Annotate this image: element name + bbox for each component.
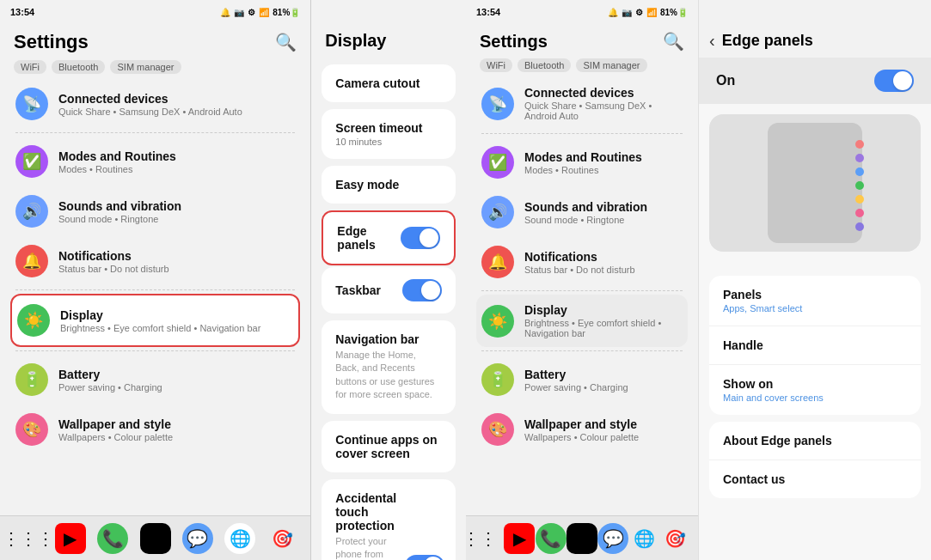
edge-dots-container <box>855 140 864 231</box>
right-nav-chat[interactable]: 💬 <box>597 523 628 554</box>
edge-list-card-about: About Edge panels Contact us <box>709 422 921 498</box>
edge-back-button[interactable]: ‹ <box>709 31 715 51</box>
right-sounds-sub: Sound mode • Ringtone <box>524 215 683 225</box>
settings-item-wallpaper[interactable]: 🎨 Wallpaper and style Wallpapers • Colou… <box>10 405 300 454</box>
nav-bar-desc: Manage the Home, Back, and Recents butto… <box>335 349 442 402</box>
edge-main-toggle[interactable] <box>874 70 914 92</box>
display-row-edge-panels[interactable]: Edge panels <box>323 212 454 264</box>
edge-panels-toggle[interactable] <box>401 227 440 249</box>
right-search-icon[interactable]: 🔍 <box>663 31 684 52</box>
settings-notifications-title: Notifications <box>58 249 295 263</box>
right-settings-title: Settings <box>480 32 548 52</box>
nav-app-chrome[interactable]: 🌐 <box>224 523 255 554</box>
settings-item-display[interactable]: ☀️ Display Brightness • Eye comfort shie… <box>10 294 300 347</box>
settings-modes-sub: Modes • Routines <box>58 164 295 174</box>
icon-notifications: 🔔 <box>15 245 48 277</box>
settings-item-connected[interactable]: 📡 Connected devices Quick Share • Samsun… <box>10 79 300 129</box>
edge-dot-5 <box>855 209 864 217</box>
right-icon-battery: 🔋 <box>481 363 514 396</box>
right-connected-title: Connected devices <box>524 86 683 100</box>
display-row-nav-bar[interactable]: Navigation bar Manage the Home, Back, an… <box>322 320 456 414</box>
display-row-taskbar[interactable]: Taskbar <box>322 267 456 313</box>
settings-item-battery[interactable]: 🔋 Battery Power saving • Charging <box>10 355 300 405</box>
right-icon-wallpaper: 🎨 <box>481 413 514 446</box>
edge-panels-item-sub: Apps, Smart select <box>723 303 907 313</box>
right-quick-wifi[interactable]: WiFi <box>480 58 512 72</box>
nav-app-grid[interactable]: ⋮⋮⋮ <box>13 523 44 554</box>
left-header: Settings 🔍 <box>0 24 310 60</box>
right-settings-sounds[interactable]: 🔊 Sounds and vibration Sound mode • Ring… <box>476 187 688 237</box>
edge-item-contact[interactable]: Contact us <box>709 460 921 498</box>
taskbar-toggle[interactable] <box>402 279 442 301</box>
right-settings-display[interactable]: ☀️ Display Brightness • Eye comfort shie… <box>476 295 688 347</box>
display-card-easy-mode: Easy mode <box>322 166 456 204</box>
left-search-icon[interactable]: 🔍 <box>275 32 297 52</box>
right-nav-grid[interactable]: ⋮⋮⋮ <box>473 523 504 554</box>
edge-item-show-on[interactable]: Show on Main and cover screens <box>709 365 921 415</box>
display-row-accidental[interactable]: Accidental touch protection Protect your… <box>322 479 456 560</box>
display-card-cutout: Camera cutout <box>322 64 456 102</box>
right-display-title: Display <box>524 303 683 317</box>
edge-item-about[interactable]: About Edge panels <box>709 422 921 460</box>
edge-dot-0 <box>855 140 864 149</box>
display-card-taskbar: Taskbar <box>322 267 456 313</box>
right-icon-modes: ✅ <box>481 146 514 179</box>
display-card-nav-bar: Navigation bar Manage the Home, Back, an… <box>322 320 456 414</box>
edge-handle-title: Handle <box>723 338 907 352</box>
middle-screen-title: Display <box>325 31 386 51</box>
edge-panels-item-title: Panels <box>723 288 907 301</box>
right-nav-chrome[interactable]: 🌐 <box>629 523 660 554</box>
nav-app-phone[interactable]: 📞 <box>97 523 128 554</box>
right-settings-connected[interactable]: 📡 Connected devices Quick Share • Samsun… <box>476 77 688 130</box>
edge-panels-title: Edge panels <box>337 224 401 252</box>
display-row-screen-timeout[interactable]: Screen timeout 10 minutes <box>322 109 456 159</box>
right-nav-slack[interactable]: 🎯 <box>660 523 691 554</box>
right-quick-sim[interactable]: SIM manager <box>576 58 646 72</box>
screen-timeout-title: Screen timeout <box>335 121 422 135</box>
edge-dot-2 <box>855 167 864 176</box>
easy-mode-title: Easy mode <box>335 178 399 192</box>
right-icon-display: ☀️ <box>481 305 514 338</box>
accidental-toggle[interactable] <box>405 555 444 560</box>
right-modes-title: Modes and Routines <box>524 150 683 164</box>
nav-app-twitter[interactable]: ✕ <box>140 523 171 554</box>
right-display-sub: Brightness • Eye comfort shield • Naviga… <box>524 318 683 338</box>
settings-notifications-sub: Status bar • Do not disturb <box>58 264 295 274</box>
edge-main-toggle-knob <box>893 71 912 90</box>
settings-item-modes[interactable]: ✅ Modes and Routines Modes • Routines <box>10 137 300 186</box>
nav-app-chat[interactable]: 💬 <box>182 523 213 554</box>
quick-nav-bluetooth[interactable]: Bluetooth <box>52 60 105 74</box>
left-time: 13:54 <box>10 7 34 17</box>
right-quick-nav: WiFi Bluetooth SIM manager <box>466 58 698 77</box>
settings-item-sounds[interactable]: 🔊 Sounds and vibration Sound mode • Ring… <box>10 186 300 236</box>
right-settings-notifications[interactable]: 🔔 Notifications Status bar • Do not dist… <box>476 237 688 287</box>
display-row-continue-apps[interactable]: Continue apps on cover screen <box>322 421 456 472</box>
settings-item-notifications[interactable]: 🔔 Notifications Status bar • Do not dist… <box>10 236 300 286</box>
edge-item-handle[interactable]: Handle <box>709 326 921 365</box>
icon-modes: ✅ <box>15 145 48 178</box>
display-card-accidental: Accidental touch protection Protect your… <box>322 479 456 560</box>
continue-apps-title: Continue apps on cover screen <box>335 433 442 460</box>
accidental-toggle-knob <box>424 557 443 560</box>
right-settings-modes[interactable]: ✅ Modes and Routines Modes • Routines <box>476 137 688 187</box>
right-wallpaper-sub: Wallpapers • Colour palette <box>524 432 683 442</box>
right-quick-bt[interactable]: Bluetooth <box>518 58 571 72</box>
nav-app-slack[interactable]: 🎯 <box>267 523 298 554</box>
quick-nav-wifi[interactable]: WiFi <box>14 60 46 74</box>
settings-display-sub: Brightness • Eye comfort shield • Naviga… <box>60 323 293 333</box>
right-settings-panel: 13:54 🔔 📷 ⚙ 📶 81%🔋 Settings 🔍 WiFi Bluet… <box>466 0 698 560</box>
nav-app-youtube[interactable]: ▶ <box>55 523 86 554</box>
right-sounds-title: Sounds and vibration <box>524 200 683 214</box>
edge-item-panels[interactable]: Panels Apps, Smart select <box>709 276 921 326</box>
display-row-camera-cutout[interactable]: Camera cutout <box>322 64 456 102</box>
quick-nav-sim[interactable]: SIM manager <box>110 60 181 74</box>
display-row-easy-mode[interactable]: Easy mode <box>322 166 456 204</box>
right-nav-yt[interactable]: ▶ <box>504 523 535 554</box>
settings-display-title: Display <box>60 308 293 322</box>
right-nav-phone[interactable]: 📞 <box>536 523 567 554</box>
right-nav-twitter[interactable]: ✕ <box>567 523 597 554</box>
right-time: 13:54 <box>476 7 500 17</box>
right-settings-wallpaper[interactable]: 🎨 Wallpaper and style Wallpapers • Colou… <box>476 405 688 454</box>
edge-toggle-row: On <box>699 58 931 104</box>
right-settings-battery[interactable]: 🔋 Battery Power saving • Charging <box>476 355 688 405</box>
